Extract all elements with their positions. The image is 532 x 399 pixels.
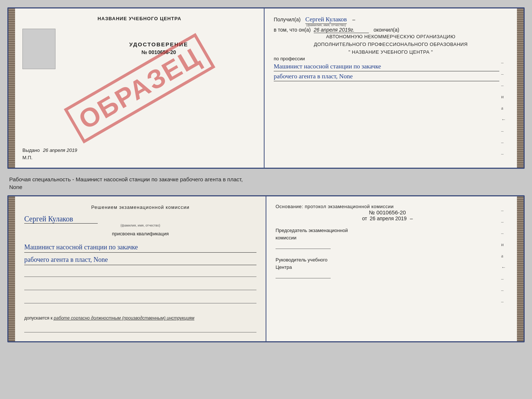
binding-left-bottom [8, 196, 15, 341]
rukovoditel-sig-line [276, 278, 331, 278]
poluchil-name: Сергей Кулаков [305, 16, 347, 24]
top-left-panel: НАЗВАНИЕ УЧЕБНОГО ЦЕНТРА УДОСТОВЕРЕНИЕ №… [15, 8, 264, 168]
right-dashes-top: – – – и а ← – – – [499, 56, 508, 160]
profession-line2: рабочего агента в пласт, None [274, 73, 499, 81]
poluchil-label: Получил(а) [274, 17, 301, 22]
blank-line-1 [24, 270, 256, 277]
document-container: НАЗВАНИЕ УЧЕБНОГО ЦЕНТРА УДОСТОВЕРЕНИЕ №… [7, 7, 525, 342]
top-document: НАЗВАНИЕ УЧЕБНОГО ЦЕНТРА УДОСТОВЕРЕНИЕ №… [7, 7, 525, 169]
udostoverenie-label: УДОСТОВЕРЕНИЕ [129, 41, 188, 47]
qual-line1: Машинист насосной станции по закачке [24, 242, 256, 253]
blank-line-2 [24, 284, 256, 290]
qual-line2: рабочего агента в пласт, None [24, 255, 256, 265]
prisvoyena-label: присвоена квалификация [24, 231, 256, 236]
predsedatel-sig-line [276, 249, 331, 249]
top-doc-inner: НАЗВАНИЕ УЧЕБНОГО ЦЕНТРА УДОСТОВЕРЕНИЕ №… [15, 8, 517, 168]
vtom-date: 26 апреля 2019г. [314, 27, 369, 33]
photo-placeholder [22, 29, 55, 69]
vydano-line: Выдано 26 апреля 2019 [22, 144, 256, 153]
predsedatel-block: Председатель экзаменационной комиссии [276, 227, 499, 249]
ot-date-line: от 26 апреля 2019 – [276, 215, 499, 221]
osnovanie-label: Основание: протокол экзаменационной коми… [276, 204, 499, 209]
okonchil-label: окончил(а) [374, 27, 399, 33]
org-block: АВТОНОМНУЮ НЕКОММЕРЧЕСКУЮ ОРГАНИЗАЦИЮ ДО… [274, 33, 508, 56]
right-dashes-bottom: – – – и а ← – – – [499, 204, 508, 308]
bottom-document: Решением экзаменационной комиссии Сергей… [7, 195, 525, 342]
bottom-right-panel: Основание: протокол экзаменационной коми… [266, 196, 517, 341]
udostoverenie-number: № 0010656-20 [141, 49, 176, 55]
vtom-label: в том, что он(а) [274, 27, 311, 33]
rukovoditel-block: Руководитель учебного Центра [276, 256, 499, 278]
binding-right-top [517, 8, 524, 168]
bottom-name: Сергей Кулаков [24, 215, 98, 224]
subtitle-text: Рабочая специальность - Машинист насосно… [7, 172, 525, 192]
bottom-left-panel: Решением экзаменационной комиссии Сергей… [15, 196, 266, 341]
bottom-doc-inner: Решением экзаменационной комиссии Сергей… [15, 196, 517, 341]
blank-line-3 [24, 297, 256, 303]
fio-hint-top: (фамилия, имя, отчество) [305, 23, 347, 27]
dopusk-text: работе согласно должностным (производств… [54, 316, 194, 321]
top-left-title: НАЗВАНИЕ УЧЕБНОГО ЦЕНТРА [97, 16, 181, 21]
binding-right-bottom [517, 196, 524, 341]
blank-line-4 [24, 326, 256, 332]
po-professii-label: по профессии [274, 56, 499, 61]
protocol-number: № 0010656-20 [276, 209, 499, 215]
poluchil-line: Получил(а) Сергей Кулаков (фамилия, имя,… [274, 16, 508, 27]
mp-line: М.П. [22, 155, 32, 160]
top-right-panel: Получил(а) Сергей Кулаков (фамилия, имя,… [265, 8, 517, 168]
resheniem-title: Решением экзаменационной комиссии [24, 204, 256, 211]
bottom-fio-hint: (фамилия, имя, отчество) [24, 224, 256, 227]
dopuskaetsya-block: допускается к работе согласно должностны… [24, 316, 256, 321]
vtom-line: в том, что он(а) 26 апреля 2019г. окончи… [274, 27, 508, 33]
binding-left [8, 8, 15, 168]
profession-line1: Машинист насосной станции по закачке [274, 63, 499, 71]
